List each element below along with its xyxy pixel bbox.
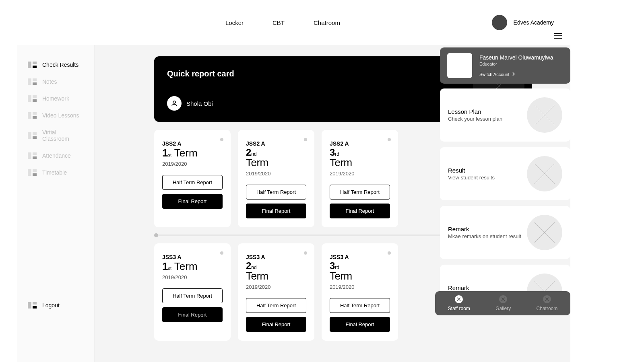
sidebar-label: Attendance	[42, 152, 71, 159]
sidebar-item-check-results[interactable]: Check Results	[17, 56, 94, 73]
bottom-nav-chatroom[interactable]: Chatroom	[537, 295, 558, 311]
svg-rect-18	[28, 169, 31, 176]
grid-icon	[28, 302, 37, 309]
sidebar-item-virtual-classroom[interactable]: Virtial Classroom	[17, 124, 94, 147]
topbar: Locker CBT Chatroom Edves Academy	[0, 0, 644, 45]
final-report-button[interactable]: Final Report	[162, 307, 223, 322]
panel-image-placeholder	[527, 156, 562, 191]
term-line: 1st Term	[162, 260, 223, 273]
panel-card[interactable]: Result View student results	[440, 147, 570, 200]
sidebar-item-homework[interactable]: Homework	[17, 90, 94, 107]
bottom-label: Staff room	[448, 306, 470, 311]
topnav: Locker CBT Chatroom	[225, 19, 340, 26]
nav-chatroom[interactable]: Chatroom	[314, 19, 340, 26]
sidebar-label: Timetable	[42, 169, 67, 176]
final-report-button[interactable]: Final Report	[162, 194, 223, 209]
session-label: 2019/2020	[246, 171, 306, 177]
session-label: 2019/2020	[330, 284, 390, 290]
hamburger-icon[interactable]	[554, 33, 562, 39]
profile-name: Faseun Marvel Oluwamuyiwa	[479, 54, 553, 61]
panel-card[interactable]: Remark Mkae remarks on student result	[440, 206, 570, 259]
sidebar-label: Notes	[42, 78, 57, 85]
nav-cbt[interactable]: CBT	[272, 19, 285, 26]
sidebar-label: Check Results	[42, 62, 78, 68]
grid-icon	[28, 112, 37, 119]
profile-avatar	[447, 53, 472, 78]
panel-title: Result	[448, 167, 495, 174]
sidebar: Check Results Notes Homework Video Lesso…	[17, 45, 95, 362]
grid-icon	[28, 152, 37, 159]
svg-rect-19	[33, 169, 37, 172]
session-label: 2019/2020	[162, 274, 223, 280]
report-card: JSS2 A 2nd Term 2019/2020 Half Term Repo…	[238, 130, 314, 227]
half-term-report-button[interactable]: Half Term Report	[162, 175, 223, 190]
class-label: JSS2 A	[162, 140, 223, 147]
switch-account-link[interactable]: Switch Account	[479, 72, 553, 77]
half-term-report-button[interactable]: Half Term Report	[162, 288, 223, 303]
svg-rect-23	[33, 306, 37, 309]
half-term-report-button[interactable]: Half Term Report	[330, 185, 390, 200]
half-term-report-button[interactable]: Half Term Report	[246, 185, 306, 200]
panel-title: Remark	[448, 226, 521, 232]
panel-subtitle: Mkae remarks on student result	[448, 233, 521, 239]
svg-rect-21	[28, 302, 31, 309]
bottom-nav-gallery[interactable]: Gallery	[495, 295, 511, 311]
svg-rect-16	[33, 152, 37, 155]
grid-icon	[28, 62, 37, 68]
svg-rect-9	[28, 112, 31, 119]
session-label: 2019/2020	[162, 161, 223, 167]
final-report-button[interactable]: Final Report	[330, 204, 390, 218]
panel-subtitle: Check your lesson plan	[448, 116, 502, 122]
sidebar-item-logout[interactable]: Logout	[17, 297, 94, 314]
term-word: Term	[330, 156, 390, 169]
switch-label: Switch Account	[479, 72, 510, 77]
svg-rect-2	[33, 66, 37, 68]
status-dot	[304, 251, 307, 255]
sidebar-item-notes[interactable]: Notes	[17, 73, 94, 90]
academy-block[interactable]: Edves Academy	[492, 15, 554, 30]
panel-card[interactable]: Lesson Plan Check your lesson plan	[440, 88, 570, 142]
sidebar-label: Video Lessons	[42, 112, 79, 119]
panel-image-placeholder	[527, 97, 562, 133]
x-icon	[499, 295, 507, 303]
term-word: Term	[246, 156, 306, 169]
half-term-report-button[interactable]: Half Term Report	[246, 298, 306, 313]
status-dot	[304, 138, 307, 141]
final-report-button[interactable]: Final Report	[246, 204, 306, 218]
term-line: 1st Term	[162, 147, 223, 159]
term-word: Term	[330, 270, 390, 282]
final-report-button[interactable]: Final Report	[246, 317, 306, 332]
x-icon	[543, 295, 551, 303]
sidebar-item-timetable[interactable]: Timetable	[17, 164, 94, 181]
term-number: 3rd	[330, 148, 390, 157]
status-dot	[388, 138, 391, 141]
report-card: JSS2 A 3rd Term 2019/2020 Half Term Repo…	[322, 130, 398, 227]
svg-rect-8	[33, 99, 37, 102]
user-icon	[167, 96, 182, 111]
panel-title: Lesson Plan	[448, 108, 502, 115]
sidebar-label: Homework	[42, 95, 69, 102]
sidebar-item-attendance[interactable]: Attendance	[17, 147, 94, 164]
svg-rect-6	[28, 95, 31, 102]
sidebar-item-video-lessons[interactable]: Video Lessons	[17, 107, 94, 124]
class-label: JSS2 A	[246, 140, 306, 147]
bottom-nav-staff[interactable]: Staff room	[448, 295, 470, 311]
grid-icon	[28, 132, 37, 139]
svg-rect-14	[33, 136, 37, 139]
nav-locker[interactable]: Locker	[225, 19, 244, 26]
report-card: JSS3 A 1st Term 2019/2020 Half Term Repo…	[154, 243, 231, 341]
term-number: 2nd	[246, 261, 306, 271]
svg-rect-17	[33, 156, 37, 159]
grid-icon	[28, 95, 37, 102]
scroll-thumb[interactable]	[154, 233, 158, 237]
half-term-report-button[interactable]: Half Term Report	[330, 298, 390, 313]
status-dot	[388, 251, 391, 255]
final-report-button[interactable]: Final Report	[330, 317, 390, 332]
class-label: JSS3 A	[246, 254, 306, 260]
svg-rect-3	[28, 78, 31, 85]
term-number: 3rd	[330, 261, 390, 271]
hero-user-name: Shola Obi	[186, 100, 213, 107]
svg-point-24	[173, 101, 175, 103]
class-label: JSS3 A	[162, 254, 223, 260]
svg-rect-1	[33, 62, 37, 64]
